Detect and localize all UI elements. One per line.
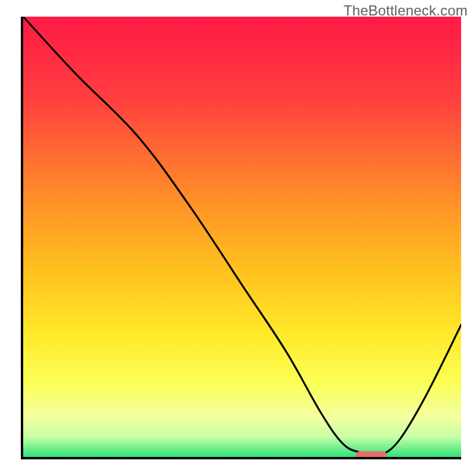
watermark-text: TheBottleneck.com	[343, 2, 468, 19]
min-marker	[356, 451, 387, 457]
chart-stage: TheBottleneck.com	[0, 0, 476, 476]
chart-svg	[23, 17, 461, 457]
gradient-rect	[23, 17, 461, 457]
plot-area	[21, 17, 461, 459]
